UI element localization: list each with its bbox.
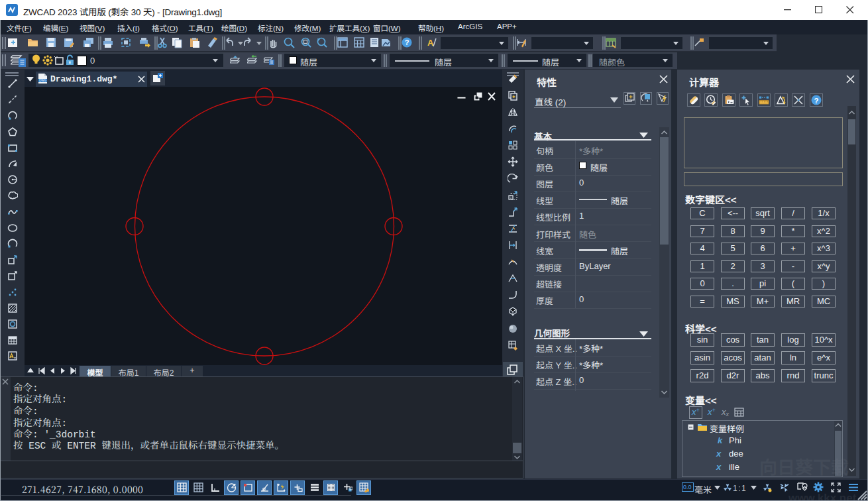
svg-text:?: ? <box>814 97 818 105</box>
svg-text:DWG: DWG <box>39 79 46 82</box>
svg-text:?: ? <box>405 38 409 46</box>
